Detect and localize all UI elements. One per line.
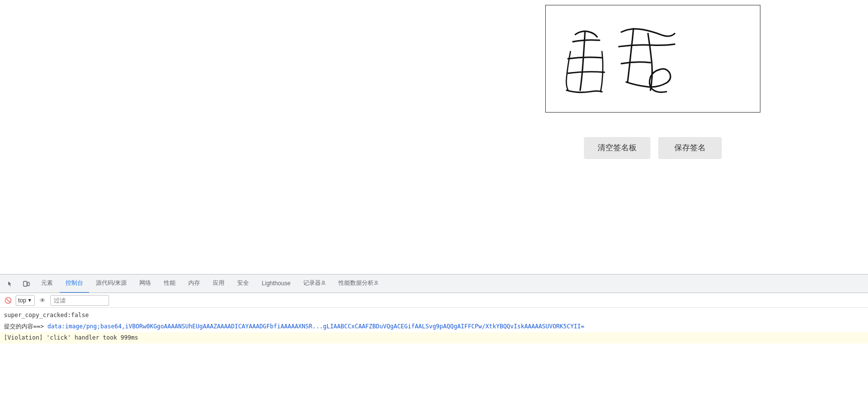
inspect-icon[interactable] xyxy=(5,278,17,290)
tab-elements[interactable]: 元素 xyxy=(35,275,59,293)
console-data-link[interactable]: data:image/png;base64,iVBORw0KGgoAAAANSU… xyxy=(47,323,584,330)
recorder-badge: 及 xyxy=(321,280,326,286)
console-text-3: [Violation] 'click' handler took 999ms xyxy=(4,333,864,342)
chevron-down-icon: ▼ xyxy=(27,298,32,303)
signature-canvas[interactable] xyxy=(545,5,760,113)
clear-signature-button[interactable]: 清空签名板 xyxy=(584,137,650,159)
console-level-select[interactable]: top ▼ xyxy=(16,295,35,306)
console-filter-input[interactable] xyxy=(50,295,109,306)
console-eye-icon[interactable]: 👁 xyxy=(38,296,47,305)
console-output: super_copy_cracked:false 提交的内容==> data:i… xyxy=(0,308,868,412)
tab-source[interactable]: 源代码/来源 xyxy=(90,275,133,293)
tab-performance[interactable]: 性能 xyxy=(158,275,181,293)
console-line-3: [Violation] 'click' handler took 999ms xyxy=(0,332,868,343)
tab-console[interactable]: 控制台 xyxy=(60,275,89,293)
tab-network[interactable]: 网络 xyxy=(134,275,157,293)
save-signature-button[interactable]: 保存签名 xyxy=(658,137,722,159)
tab-recorder[interactable]: 记录器 及 xyxy=(297,275,332,293)
console-toolbar: 🚫 top ▼ 👁 xyxy=(0,293,868,308)
console-line-2: 提交的内容==> data:image/png;base64,iVBORw0KG… xyxy=(0,321,868,332)
tab-perf-insights[interactable]: 性能数据分析 及 xyxy=(333,275,384,293)
devtools-panel: 元素 控制台 源代码/来源 网络 性能 内存 应用 安全 Lighthouse … xyxy=(0,274,868,412)
console-text-2: 提交的内容==> data:image/png;base64,iVBORw0KG… xyxy=(4,322,864,331)
tab-lighthouse[interactable]: Lighthouse xyxy=(256,275,296,293)
buttons-area: 清空签名板 保存签名 xyxy=(545,137,760,159)
svg-rect-0 xyxy=(23,281,27,286)
main-content: 清空签名板 保存签名 xyxy=(0,0,868,274)
console-clear-button[interactable]: 🚫 xyxy=(3,296,13,305)
svg-rect-1 xyxy=(27,282,29,286)
console-text-1: super_copy_cracked:false xyxy=(4,311,864,320)
devtools-tabs-bar: 元素 控制台 源代码/来源 网络 性能 内存 应用 安全 Lighthouse … xyxy=(0,275,868,293)
device-toolbar-icon[interactable] xyxy=(21,278,32,290)
tab-memory[interactable]: 内存 xyxy=(182,275,206,293)
perf-insights-badge: 及 xyxy=(374,280,378,286)
devtools-left-icons xyxy=(2,278,35,290)
tab-security[interactable]: 安全 xyxy=(231,275,255,293)
tab-application[interactable]: 应用 xyxy=(207,275,230,293)
console-line-1: super_copy_cracked:false xyxy=(0,310,868,321)
